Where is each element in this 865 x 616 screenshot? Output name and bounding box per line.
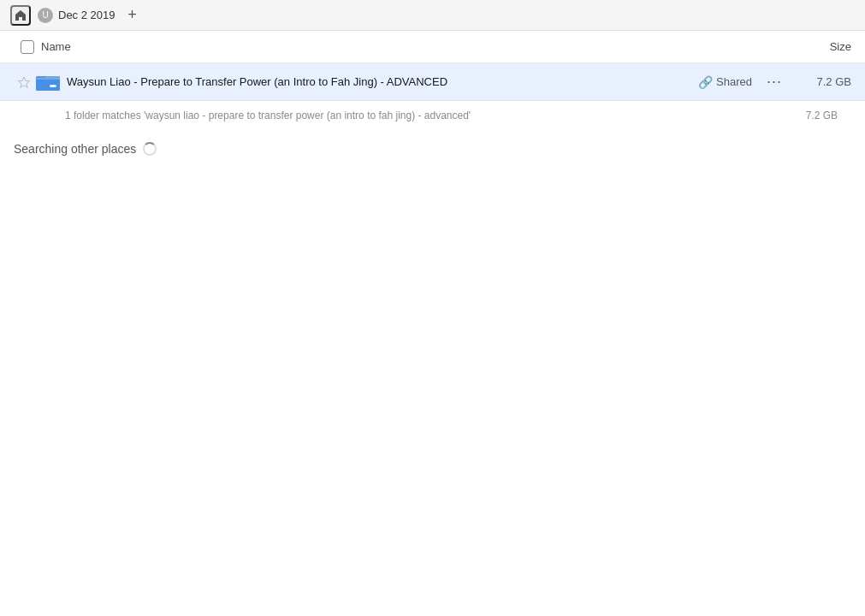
select-all-checkbox[interactable]: [21, 40, 34, 54]
searching-label: Searching other places: [14, 142, 136, 156]
svg-rect-5: [52, 85, 56, 87]
more-options-button[interactable]: ···: [762, 70, 786, 94]
avatar: U: [38, 8, 53, 23]
searching-section: Searching other places: [0, 125, 865, 163]
shared-badge: 🔗 Shared: [698, 75, 752, 89]
home-button[interactable]: [10, 5, 31, 26]
loading-spinner: [143, 142, 157, 156]
table-row[interactable]: Waysun Liao - Prepare to Transfer Power …: [0, 63, 865, 101]
status-text: 1 folder matches 'waysun liao - prepare …: [65, 110, 471, 121]
add-tab-button[interactable]: +: [122, 5, 143, 26]
folder-icon: [34, 73, 62, 92]
select-all-checkbox-col: [14, 40, 41, 54]
link-icon: 🔗: [698, 75, 713, 89]
shared-label: Shared: [716, 75, 752, 88]
svg-marker-0: [19, 77, 30, 87]
size-column-header: Size: [783, 40, 851, 53]
svg-rect-3: [36, 78, 60, 91]
column-header-row: Name Size: [0, 31, 865, 63]
breadcrumb-text: Dec 2 2019: [58, 9, 116, 21]
status-size: 7.2 GB: [806, 110, 838, 121]
star-button[interactable]: [14, 76, 34, 88]
file-size: 7.2 GB: [800, 75, 851, 88]
file-name: Waysun Liao - Prepare to Transfer Power …: [62, 75, 698, 88]
breadcrumb: U Dec 2 2019: [38, 8, 116, 23]
name-column-header: Name: [41, 40, 783, 53]
top-bar: U Dec 2 2019 +: [0, 0, 865, 31]
status-row: 7.2 GB 1 folder matches 'waysun liao - p…: [0, 101, 865, 125]
